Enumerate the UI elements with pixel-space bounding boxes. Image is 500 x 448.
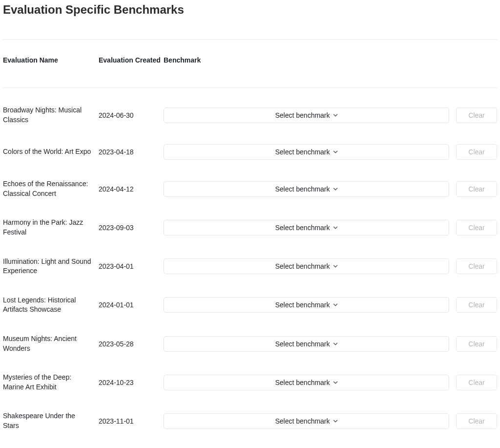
col-header-name: Evaluation Name (3, 56, 99, 64)
clear-button[interactable]: Clear (456, 297, 497, 313)
actions-cell: Select benchmark Clear (164, 258, 497, 274)
evaluation-name-cell: Mysteries of the Deep: Marine Art Exhibi… (3, 373, 99, 392)
evaluation-created-cell: 2023-04-01 (99, 262, 164, 270)
clear-button[interactable]: Clear (456, 144, 497, 160)
select-benchmark-label: Select benchmark (275, 340, 330, 348)
clear-button[interactable]: Clear (456, 181, 497, 197)
chevron-down-icon (333, 419, 338, 424)
select-benchmark-button[interactable]: Select benchmark (164, 375, 449, 390)
clear-button[interactable]: Clear (456, 107, 497, 123)
table-row: Echoes of the Renaissance: Classical Con… (3, 170, 497, 208)
evaluation-name-cell: Illumination: Light and Sound Experience (3, 257, 99, 276)
select-benchmark-label: Select benchmark (275, 224, 330, 232)
select-benchmark-button[interactable]: Select benchmark (164, 258, 449, 274)
clear-button[interactable]: Clear (456, 258, 497, 274)
actions-cell: Select benchmark Clear (164, 375, 497, 390)
chevron-down-icon (333, 341, 338, 346)
col-header-created: Evaluation Created (99, 56, 164, 64)
evaluations-table: Evaluation Name Evaluation Created Bench… (3, 40, 497, 441)
table-row: Lost Legends: Historical Artifacts Showc… (3, 286, 497, 324)
evaluation-created-cell: 2024-01-01 (99, 301, 164, 309)
table-row: Shakespeare Under the Stars 2023-11-01 S… (3, 402, 497, 440)
actions-cell: Select benchmark Clear (164, 144, 497, 160)
select-benchmark-label: Select benchmark (275, 185, 330, 193)
actions-cell: Select benchmark Clear (164, 107, 497, 123)
page-title: Evaluation Specific Benchmarks (3, 3, 497, 17)
evaluation-name-cell: Broadway Nights: Musical Classics (3, 106, 99, 125)
clear-button[interactable]: Clear (456, 375, 497, 390)
select-benchmark-button[interactable]: Select benchmark (164, 107, 449, 123)
clear-button[interactable]: Clear (456, 336, 497, 352)
table-row: Museum Nights: Ancient Wonders 2023-05-2… (3, 324, 497, 363)
evaluation-name-cell: Harmony in the Park: Jazz Festival (3, 218, 99, 237)
select-benchmark-button[interactable]: Select benchmark (164, 181, 449, 197)
select-benchmark-button[interactable]: Select benchmark (164, 297, 449, 313)
table-header-row: Evaluation Name Evaluation Created Bench… (3, 40, 497, 87)
evaluation-created-cell: 2023-09-03 (99, 224, 164, 232)
evaluation-created-cell: 2023-11-01 (99, 417, 164, 425)
select-benchmark-button[interactable]: Select benchmark (164, 144, 449, 160)
select-benchmark-button[interactable]: Select benchmark (164, 220, 449, 235)
table-row: Mysteries of the Deep: Marine Art Exhibi… (3, 363, 497, 402)
evaluation-name-cell: Lost Legends: Historical Artifacts Showc… (3, 296, 99, 315)
actions-cell: Select benchmark Clear (164, 413, 497, 429)
select-benchmark-label: Select benchmark (275, 148, 330, 156)
evaluation-created-cell: 2023-04-18 (99, 148, 164, 156)
table-row: Colors of the World: Art Expo 2023-04-18… (3, 134, 497, 170)
chevron-down-icon (333, 149, 338, 154)
chevron-down-icon (333, 225, 338, 230)
col-header-benchmark: Benchmark (164, 56, 497, 64)
actions-cell: Select benchmark Clear (164, 220, 497, 235)
select-benchmark-button[interactable]: Select benchmark (164, 413, 449, 429)
select-benchmark-label: Select benchmark (275, 301, 330, 309)
evaluation-created-cell: 2023-05-28 (99, 340, 164, 348)
chevron-down-icon (333, 302, 338, 307)
select-benchmark-button[interactable]: Select benchmark (164, 336, 449, 352)
evaluation-name-cell: Shakespeare Under the Stars (3, 411, 99, 430)
select-benchmark-label: Select benchmark (275, 262, 330, 270)
table-row: Harmony in the Park: Jazz Festival 2023-… (3, 208, 497, 247)
evaluation-created-cell: 2024-10-23 (99, 379, 164, 386)
evaluation-created-cell: 2024-04-12 (99, 185, 164, 193)
table-row: Illumination: Light and Sound Experience… (3, 247, 497, 286)
clear-button[interactable]: Clear (456, 220, 497, 235)
evaluation-name-cell: Echoes of the Renaissance: Classical Con… (3, 179, 99, 198)
evaluation-created-cell: 2024-06-30 (99, 111, 164, 119)
chevron-down-icon (333, 264, 338, 269)
actions-cell: Select benchmark Clear (164, 336, 497, 352)
select-benchmark-label: Select benchmark (275, 417, 330, 425)
evaluation-name-cell: Museum Nights: Ancient Wonders (3, 334, 99, 353)
evaluation-name-cell: Colors of the World: Art Expo (3, 147, 99, 157)
chevron-down-icon (333, 380, 338, 385)
chevron-down-icon (333, 187, 338, 192)
table-row: Broadway Nights: Musical Classics 2024-0… (3, 88, 497, 134)
chevron-down-icon (333, 113, 338, 118)
actions-cell: Select benchmark Clear (164, 297, 497, 313)
clear-button[interactable]: Clear (456, 413, 497, 429)
actions-cell: Select benchmark Clear (164, 181, 497, 197)
select-benchmark-label: Select benchmark (275, 111, 330, 119)
select-benchmark-label: Select benchmark (275, 379, 330, 386)
